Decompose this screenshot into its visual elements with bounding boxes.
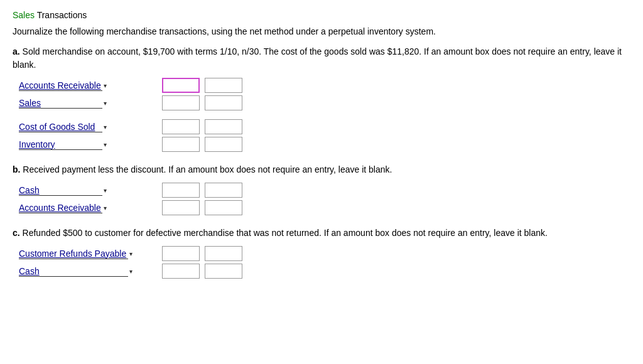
account-select-wrapper-c-0: Customer Refunds PayableCashInventoryCos… <box>19 249 157 259</box>
debit-input-c-0[interactable] <box>162 246 200 261</box>
journal-row: Accounts ReceivableSalesCost of Goods So… <box>19 119 630 134</box>
credit-input-c-1[interactable] <box>205 264 242 279</box>
debit-input-a-1[interactable] <box>162 95 200 110</box>
account-select-b-1[interactable]: CashAccounts ReceivableSales DiscountsIn… <box>19 203 102 213</box>
journal-row: Accounts ReceivableSalesCost of Goods So… <box>19 95 630 110</box>
account-select-wrapper-b-0: CashAccounts ReceivableSales DiscountsIn… <box>19 185 157 196</box>
debit-input-c-1[interactable] <box>162 264 200 279</box>
credit-input-a-4[interactable] <box>205 137 242 152</box>
chevron-down-icon[interactable]: ▾ <box>104 82 107 89</box>
transactions-label: Transactions <box>35 10 87 20</box>
journal-table-a: Accounts ReceivableSalesCost of Goods So… <box>19 78 630 152</box>
account-select-c-0[interactable]: Customer Refunds PayableCashInventoryCos… <box>19 249 128 259</box>
chevron-down-icon[interactable]: ▾ <box>104 141 107 148</box>
journal-row: CashAccounts ReceivableSales DiscountsIn… <box>19 183 630 198</box>
credit-input-c-0[interactable] <box>205 246 242 261</box>
account-select-a-1[interactable]: Accounts ReceivableSalesCost of Goods So… <box>19 98 102 109</box>
account-select-wrapper-a-0: Accounts ReceivableSalesCost of Goods So… <box>19 80 157 91</box>
chevron-down-icon[interactable]: ▾ <box>129 250 132 257</box>
question-block-a: a. Sold merchandise on account, $19,700 … <box>13 45 630 152</box>
question-block-c: c. Refunded $500 to customer for defecti… <box>13 227 630 279</box>
account-select-a-4[interactable]: Accounts ReceivableSalesCost of Goods So… <box>19 139 102 150</box>
account-select-wrapper-b-1: CashAccounts ReceivableSales DiscountsIn… <box>19 203 157 213</box>
account-select-wrapper-a-4: Accounts ReceivableSalesCost of Goods So… <box>19 139 157 150</box>
debit-input-b-1[interactable] <box>162 200 200 215</box>
account-select-wrapper-a-3: Accounts ReceivableSalesCost of Goods So… <box>19 122 157 132</box>
account-select-wrapper-c-1: Customer Refunds PayableCashInventoryCos… <box>19 266 157 277</box>
account-select-a-0[interactable]: Accounts ReceivableSalesCost of Goods So… <box>19 80 102 91</box>
journal-row: Customer Refunds PayableCashInventoryCos… <box>19 264 630 279</box>
question-text-a: a. Sold merchandise on account, $19,700 … <box>13 45 630 72</box>
chevron-down-icon[interactable]: ▾ <box>129 268 132 275</box>
debit-input-a-4[interactable] <box>162 137 200 152</box>
journal-row: Customer Refunds PayableCashInventoryCos… <box>19 246 630 261</box>
chevron-down-icon[interactable]: ▾ <box>104 100 107 107</box>
debit-input-b-0[interactable] <box>162 183 200 198</box>
account-select-b-0[interactable]: CashAccounts ReceivableSales DiscountsIn… <box>19 185 102 196</box>
chevron-down-icon[interactable]: ▾ <box>104 187 107 194</box>
journal-row: CashAccounts ReceivableSales DiscountsIn… <box>19 200 630 215</box>
journal-row: Accounts ReceivableSalesCost of Goods So… <box>19 137 630 152</box>
account-select-wrapper-a-1: Accounts ReceivableSalesCost of Goods So… <box>19 98 157 109</box>
journal-table-c: Customer Refunds PayableCashInventoryCos… <box>19 246 630 279</box>
chevron-down-icon[interactable]: ▾ <box>104 205 107 211</box>
sales-label: Sales <box>13 10 35 20</box>
journal-row: Accounts ReceivableSalesCost of Goods So… <box>19 78 630 93</box>
question-text-b: b. Received payment less the discount. I… <box>13 163 630 176</box>
question-text-c: c. Refunded $500 to customer for defecti… <box>13 227 630 240</box>
question-block-b: b. Received payment less the discount. I… <box>13 163 630 215</box>
intro-text: Journalize the following merchandise tra… <box>13 26 630 36</box>
journal-table-b: CashAccounts ReceivableSales DiscountsIn… <box>19 183 630 215</box>
debit-input-a-0[interactable] <box>162 78 200 93</box>
account-select-c-1[interactable]: Customer Refunds PayableCashInventoryCos… <box>19 266 128 277</box>
page-title: Sales Transactions <box>13 10 630 20</box>
account-select-a-3[interactable]: Accounts ReceivableSalesCost of Goods So… <box>19 122 102 132</box>
credit-input-a-3[interactable] <box>205 119 242 134</box>
credit-input-a-1[interactable] <box>205 95 242 110</box>
chevron-down-icon[interactable]: ▾ <box>104 124 107 131</box>
debit-input-a-3[interactable] <box>162 119 200 134</box>
credit-input-a-0[interactable] <box>205 78 242 93</box>
credit-input-b-0[interactable] <box>205 183 242 198</box>
credit-input-b-1[interactable] <box>205 200 242 215</box>
